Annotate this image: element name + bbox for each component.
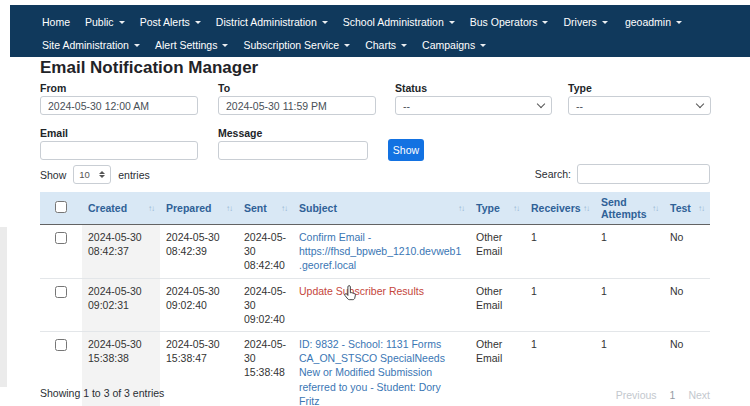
row-checkbox-cell — [40, 278, 82, 332]
table-row: 2024-05-30 09:02:312024-05-30 09:02:4020… — [40, 278, 710, 332]
subject-link[interactable]: Update Subscriber Results — [299, 285, 424, 297]
status-select-value: -- — [403, 100, 410, 112]
to-input[interactable] — [218, 96, 376, 115]
caret-down-icon — [195, 21, 201, 24]
show-button[interactable]: Show — [388, 139, 424, 161]
nav-item-district-administration[interactable]: District Administration — [216, 16, 328, 28]
status-field-group: Status -- — [395, 82, 552, 115]
nav-item-post-alerts[interactable]: Post Alerts — [140, 16, 201, 28]
nav-item-bus-operators[interactable]: Bus Operators — [470, 16, 549, 28]
pagination: Previous 1 Next — [616, 389, 710, 401]
nav-row-primary: HomePublicPost AlertsDistrict Administra… — [42, 12, 750, 32]
type-field-group: Type -- — [568, 82, 711, 115]
nav-item-charts[interactable]: Charts — [365, 39, 407, 51]
nav-item-geoadmin[interactable]: geoadmin — [625, 16, 682, 28]
caret-down-icon — [542, 21, 548, 24]
caret-down-icon — [344, 44, 350, 47]
email-notification-manager-screen: HomePublicPost AlertsDistrict Administra… — [0, 0, 750, 406]
caret-down-icon — [134, 44, 140, 47]
type-cell: Other Email — [470, 278, 525, 332]
notifications-table: Created↑↓Prepared↑↓Sent↑↓Subject↑↓Type↑↓… — [40, 192, 710, 406]
subject-cell: Update Subscriber Results — [293, 278, 470, 332]
select-all-checkbox[interactable] — [55, 201, 67, 213]
subject-cell: Confirm Email - https://fhsd_bpweb_1210.… — [293, 225, 470, 279]
column-header-receivers[interactable]: Receivers↑↓ — [525, 192, 595, 225]
type-select-value: -- — [576, 100, 583, 112]
pagination-next-button[interactable]: Next — [688, 389, 710, 401]
column-header-subject[interactable]: Subject↑↓ — [293, 192, 470, 225]
nav-item-label: Public — [85, 16, 114, 28]
status-label: Status — [395, 82, 552, 94]
entries-label: entries — [118, 169, 150, 181]
sort-arrows-icon: ↑↓ — [583, 204, 589, 213]
type-cell: Other Email — [470, 332, 525, 406]
row-checkbox[interactable] — [55, 339, 67, 351]
select-all-header-cell — [40, 192, 82, 225]
nav-item-campaigns[interactable]: Campaigns — [422, 39, 486, 51]
send-attempts-cell: 1 — [595, 278, 664, 332]
from-input[interactable] — [40, 96, 198, 115]
nav-item-label: Charts — [365, 39, 396, 51]
sort-arrows-icon: ↑↓ — [652, 204, 658, 213]
caret-down-icon — [676, 21, 682, 24]
table-row: 2024-05-30 08:42:372024-05-30 08:42:3920… — [40, 225, 710, 279]
caret-down-icon — [401, 44, 407, 47]
caret-down-icon — [602, 21, 608, 24]
message-input[interactable] — [218, 141, 368, 160]
sent-cell: 2024-05-30 09:02:40 — [238, 278, 293, 332]
caret-down-icon — [480, 44, 486, 47]
column-header-prepared[interactable]: Prepared↑↓ — [160, 192, 238, 225]
test-cell: No — [664, 225, 710, 279]
page-length-select[interactable]: 10 — [73, 165, 111, 184]
nav-item-alert-settings[interactable]: Alert Settings — [155, 39, 228, 51]
pagination-previous-button[interactable]: Previous — [616, 389, 657, 401]
caret-down-icon — [449, 21, 455, 24]
column-header-label: Subject — [299, 202, 337, 214]
nav-item-site-administration[interactable]: Site Administration — [42, 39, 140, 51]
receivers-cell: 1 — [525, 225, 595, 279]
type-cell: Other Email — [470, 225, 525, 279]
nav-item-label: Drivers — [563, 16, 596, 28]
chevron-down-icon — [537, 100, 545, 108]
search-control: Search: — [535, 164, 710, 184]
search-input[interactable] — [577, 164, 710, 184]
table-header-row: Created↑↓Prepared↑↓Sent↑↓Subject↑↓Type↑↓… — [40, 192, 710, 225]
status-select[interactable]: -- — [395, 96, 552, 115]
nav-item-label: Site Administration — [42, 39, 129, 51]
nav-item-label: Subscription Service — [243, 39, 339, 51]
column-header-created[interactable]: Created↑↓ — [82, 192, 160, 225]
row-checkbox[interactable] — [55, 232, 67, 244]
nav-item-home[interactable]: Home — [42, 16, 70, 28]
updown-arrows-icon — [99, 171, 105, 178]
sort-arrows-icon: ↑↓ — [698, 204, 704, 213]
sort-arrows-icon: ↑↓ — [458, 204, 464, 213]
column-header-type[interactable]: Type↑↓ — [470, 192, 525, 225]
subject-link[interactable]: Confirm Email - https://fhsd_bpweb_1210.… — [299, 231, 461, 271]
nav-item-label: Bus Operators — [470, 16, 538, 28]
column-header-sent[interactable]: Sent↑↓ — [238, 192, 293, 225]
prepared-cell: 2024-05-30 08:42:39 — [160, 225, 238, 279]
row-checkbox-cell — [40, 225, 82, 279]
row-checkbox[interactable] — [55, 286, 67, 298]
nav-item-drivers[interactable]: Drivers — [563, 16, 607, 28]
created-cell: 2024-05-30 08:42:37 — [82, 225, 160, 279]
prepared-cell: 2024-05-30 09:02:40 — [160, 278, 238, 332]
page-length-control: Show 10 entries — [40, 165, 150, 184]
nav-item-label: Post Alerts — [140, 16, 190, 28]
type-select[interactable]: -- — [568, 96, 711, 115]
column-header-send-attempts[interactable]: Send Attempts↑↓ — [595, 192, 664, 225]
pagination-page-1-button[interactable]: 1 — [670, 389, 676, 401]
column-header-test[interactable]: Test↑↓ — [664, 192, 710, 225]
nav-item-subscription-service[interactable]: Subscription Service — [243, 39, 350, 51]
column-header-label: Created — [88, 202, 127, 214]
page-title: Email Notification Manager — [40, 58, 258, 78]
nav-item-public[interactable]: Public — [85, 16, 125, 28]
email-input[interactable] — [40, 141, 198, 160]
nav-item-school-administration[interactable]: School Administration — [343, 16, 455, 28]
column-header-label: Send Attempts — [601, 196, 650, 220]
receivers-cell: 1 — [525, 278, 595, 332]
page-length-value: 10 — [79, 169, 90, 180]
message-label: Message — [218, 127, 368, 139]
subject-link[interactable]: ID: 9832 - School: 1131 Forms CA_ON_STSC… — [299, 338, 445, 406]
chevron-down-icon — [696, 100, 704, 108]
